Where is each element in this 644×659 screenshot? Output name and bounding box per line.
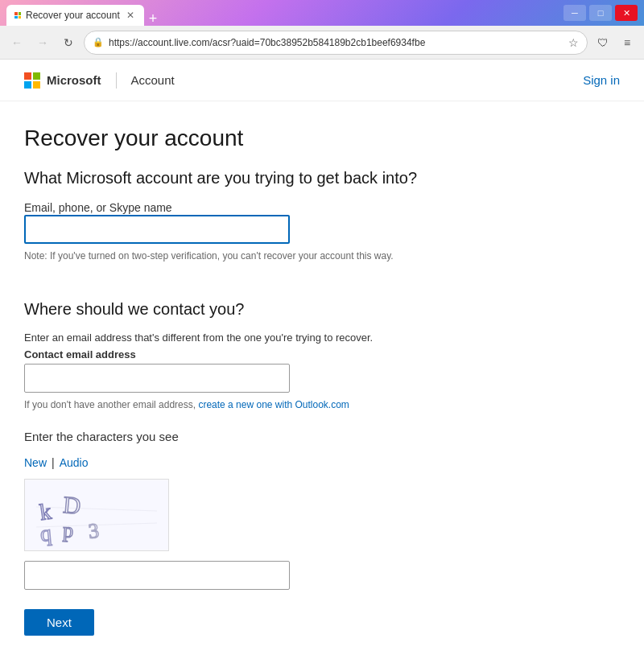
svg-text:3: 3	[87, 519, 100, 543]
content-area: Recover your account What Microsoft acco…	[0, 101, 644, 659]
close-button[interactable]: ✕	[615, 5, 638, 21]
ms-favicon	[14, 12, 21, 19]
page-title: Recover your account	[24, 126, 620, 151]
window-controls: ─ □ ✕	[564, 5, 638, 21]
captcha-heading: Enter the characters you see	[24, 430, 620, 443]
ms-logo-red	[24, 72, 31, 80]
email-field-label: Email, phone, or Skype name	[24, 201, 172, 214]
shield-icon[interactable]: 🛡	[592, 32, 613, 53]
header-divider	[116, 72, 117, 89]
ms-logo-grid	[24, 72, 40, 89]
sign-in-link[interactable]: Sign in	[583, 73, 620, 87]
ms-header: Microsoft Account Sign in	[0, 60, 644, 101]
ms-logo: Microsoft Account	[24, 72, 175, 89]
section1-heading: What Microsoft account are you trying to…	[24, 169, 620, 187]
new-tab-button[interactable]: +	[144, 11, 163, 26]
next-button-wrap: Next	[24, 603, 620, 636]
bookmark-icon[interactable]: ☆	[568, 36, 579, 49]
svg-text:D: D	[62, 491, 81, 519]
captcha-audio-link[interactable]: Audio	[60, 456, 89, 469]
ms-sq-yellow	[19, 16, 22, 19]
contact-email-input[interactable]	[24, 364, 290, 393]
address-input-wrap[interactable]: 🔒 https://account.live.com/acsr?uaid=70b…	[84, 31, 588, 55]
create-outlook-link[interactable]: create a new one with Outlook.com	[198, 399, 349, 410]
svg-text:p: p	[62, 518, 73, 542]
captcha-controls: New | Audio	[24, 456, 620, 469]
ms-sq-green	[19, 12, 22, 15]
section2-heading: Where should we contact you?	[24, 300, 620, 319]
email-input[interactable]	[24, 215, 290, 244]
ms-logo-green	[33, 72, 40, 80]
browser-window: Recover your account ✕ + ─ □ ✕ ← → ↻ 🔒 h…	[0, 0, 644, 659]
tab-area: Recover your account ✕ +	[6, 0, 564, 26]
captcha-separator: |	[52, 456, 55, 469]
ms-logo-yellow	[33, 81, 40, 89]
section-divider-1b	[24, 281, 620, 300]
captcha-input[interactable]	[24, 561, 290, 590]
address-bar: ← → ↻ 🔒 https://account.live.com/acsr?ua…	[0, 26, 644, 60]
refresh-button[interactable]: ↻	[58, 32, 79, 53]
captcha-svg: k D q p 3	[32, 483, 161, 547]
tab-title: Recover your account	[26, 10, 120, 21]
lock-icon: 🔒	[93, 37, 104, 47]
forward-button[interactable]: →	[32, 32, 53, 53]
tab-close-button[interactable]: ✕	[125, 10, 136, 21]
active-tab[interactable]: Recover your account ✕	[6, 5, 144, 26]
menu-icon[interactable]: ≡	[617, 32, 638, 53]
ms-logo-blue	[24, 81, 31, 89]
contact-helper-text: Enter an email address that's different …	[24, 332, 419, 344]
toolbar-icons: 🛡 ≡	[592, 32, 638, 53]
back-button[interactable]: ←	[6, 32, 27, 53]
ms-product-text: Account	[131, 73, 175, 87]
tab-favicon	[14, 12, 21, 19]
captcha-image: k D q p 3	[24, 479, 169, 551]
title-bar: Recover your account ✕ + ─ □ ✕	[0, 0, 644, 26]
contact-email-group: Enter an email address that's different …	[24, 332, 620, 410]
next-button[interactable]: Next	[24, 609, 94, 636]
ms-sq-red	[14, 12, 18, 15]
section-divider-2	[24, 410, 620, 430]
svg-line-5	[36, 507, 157, 511]
ms-sq-blue	[14, 16, 18, 19]
no-email-text: If you don't have another email address,	[24, 399, 198, 410]
captcha-section: Enter the characters you see New | Audio…	[24, 430, 620, 636]
captcha-new-link[interactable]: New	[24, 456, 47, 469]
minimize-button[interactable]: ─	[564, 5, 586, 21]
two-step-note: Note: If you've turned on two-step verif…	[24, 250, 411, 262]
email-field-group: Email, phone, or Skype name Note: If you…	[24, 200, 620, 262]
address-text: https://account.live.com/acsr?uaid=70bc3…	[109, 37, 564, 48]
contact-email-label: Contact email address	[24, 348, 620, 360]
svg-text:q: q	[39, 521, 52, 546]
maximize-button[interactable]: □	[589, 5, 612, 21]
no-email-note: If you don't have another email address,…	[24, 399, 411, 410]
section-divider-1	[24, 262, 620, 281]
ms-brand-text: Microsoft	[47, 73, 101, 87]
